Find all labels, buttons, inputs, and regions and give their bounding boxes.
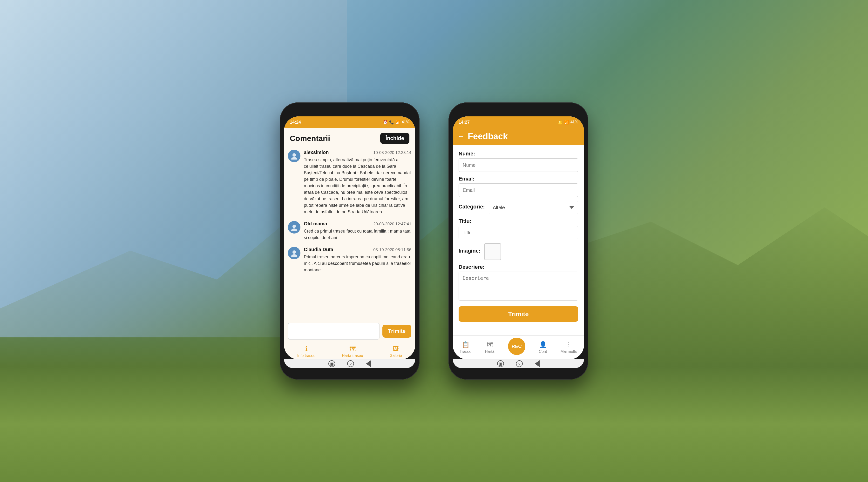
form-group-name: Nume: bbox=[459, 151, 578, 172]
phone-top-2 bbox=[453, 107, 584, 117]
description-input[interactable] bbox=[459, 271, 578, 300]
comment-text-2: Cred ca primul traseu facut cu toata fam… bbox=[304, 228, 411, 241]
avatar-1 bbox=[288, 150, 301, 162]
phone-bottom-1 bbox=[284, 368, 415, 375]
account-icon: 👤 bbox=[539, 341, 547, 349]
nav-trasee[interactable]: 📋 Trasee bbox=[460, 341, 471, 354]
gallery-icon: 🖼 bbox=[393, 345, 399, 353]
nav-info-traseu[interactable]: ℹ Info traseu bbox=[297, 345, 316, 358]
battery-2: 41% bbox=[570, 120, 578, 124]
home-gesture-2[interactable]: ○ bbox=[516, 360, 523, 367]
comment-text-1: Traseu simplu, alternativă mai puțin fer… bbox=[304, 157, 411, 215]
category-label: Categorie: bbox=[459, 204, 485, 210]
notch-2 bbox=[504, 107, 533, 112]
phones-container: 14:24 ⏰ 📞 📶 41% Comentarii Închide bbox=[0, 0, 868, 482]
signal-icon: 📶 bbox=[396, 120, 400, 125]
status-time-2: 14:27 bbox=[459, 120, 470, 125]
title-input[interactable] bbox=[459, 226, 578, 239]
comment-author-3: Claudia Duta bbox=[304, 247, 333, 252]
back-arrow-button[interactable]: ← bbox=[458, 133, 464, 140]
form-group-image: Imagine: bbox=[459, 243, 578, 260]
description-label: Descriere: bbox=[459, 264, 578, 270]
gesture-bar-2: ▣ ○ bbox=[453, 359, 584, 368]
rec-label: REC bbox=[512, 344, 522, 349]
gesture-bar-1: ▣ ○ bbox=[284, 359, 415, 368]
name-label: Nume: bbox=[459, 151, 578, 157]
nav-mai-multe[interactable]: ⋮ Mai multe bbox=[561, 341, 577, 354]
phone-feedback: 14:27 🔔 📶 41% ← Feedback Nume: bbox=[448, 102, 588, 380]
svg-point-4 bbox=[292, 250, 296, 254]
phone-bottom-2 bbox=[453, 368, 584, 375]
comments-header: Comentarii Închide bbox=[284, 128, 415, 147]
category-select[interactable]: Altele Bug Sugestie bbox=[489, 201, 578, 214]
back-gesture-1[interactable] bbox=[366, 360, 371, 367]
call-icon: 📞 bbox=[389, 120, 394, 125]
submit-feedback-button[interactable]: Trimite bbox=[459, 306, 578, 322]
menu-gesture-1[interactable]: ▣ bbox=[329, 360, 335, 367]
svg-point-3 bbox=[291, 228, 297, 231]
menu-gesture-2[interactable]: ▣ bbox=[497, 360, 504, 367]
form-group-description: Descriere: bbox=[459, 264, 578, 300]
phone-screen-2: 14:27 🔔 📶 41% ← Feedback Nume: bbox=[453, 117, 584, 359]
comment-body-2: Old mama 20-08-2020 12:47:41 Cred ca pri… bbox=[304, 221, 411, 241]
bottom-nav-1: ℹ Info traseu 🗺 Harta traseu 🖼 Galerie bbox=[284, 343, 415, 359]
image-upload-button[interactable] bbox=[484, 243, 501, 260]
comment-input[interactable] bbox=[288, 323, 379, 340]
nav-label-info: Info traseu bbox=[297, 354, 316, 358]
feedback-form: Nume: Email: Categorie: Altele Bug Suges… bbox=[453, 145, 584, 335]
battery-1: 41% bbox=[402, 120, 409, 124]
comment-meta-2: Old mama 20-08-2020 12:47:41 bbox=[304, 221, 411, 227]
comment-meta-1: alexsimion 10-08-2020 12:23:14 bbox=[304, 150, 411, 155]
send-comment-button[interactable]: Trimite bbox=[382, 325, 411, 338]
comment-item-1: alexsimion 10-08-2020 12:23:14 Traseu si… bbox=[288, 150, 411, 215]
comment-body-3: Claudia Duta 05-10-2020 08:11:56 Primul … bbox=[304, 247, 411, 273]
svg-point-5 bbox=[291, 254, 297, 257]
comment-author-1: alexsimion bbox=[304, 150, 329, 155]
comments-title: Comentarii bbox=[290, 134, 330, 143]
nav-label-trasee: Trasee bbox=[460, 349, 471, 354]
more-icon: ⋮ bbox=[566, 341, 572, 349]
bell-icon: 🔔 bbox=[558, 120, 563, 125]
feedback-header: ← Feedback bbox=[453, 128, 584, 145]
back-gesture-2[interactable] bbox=[535, 360, 539, 367]
nav-harta[interactable]: 🗺 Hartă bbox=[485, 341, 494, 354]
comments-list: alexsimion 10-08-2020 12:23:14 Traseu si… bbox=[284, 147, 415, 319]
comment-body-1: alexsimion 10-08-2020 12:23:14 Traseu si… bbox=[304, 150, 411, 215]
notch-1 bbox=[335, 107, 364, 112]
feedback-title: Feedback bbox=[468, 131, 508, 141]
rec-button[interactable]: REC bbox=[508, 338, 525, 355]
comment-text-3: Primul traseu parcurs impreuna cu copiii… bbox=[304, 254, 411, 273]
title-label: Titlu: bbox=[459, 218, 578, 224]
nav-cont[interactable]: 👤 Cont bbox=[539, 341, 547, 354]
bottom-nav-2: 📋 Trasee 🗺 Hartă REC 👤 Cont ⋮ bbox=[453, 335, 584, 359]
comment-date-3: 05-10-2020 08:11:56 bbox=[373, 248, 411, 252]
comment-item-3: Claudia Duta 05-10-2020 08:11:56 Primul … bbox=[288, 247, 411, 273]
nav-harta-traseu[interactable]: 🗺 Harta traseu bbox=[342, 345, 363, 358]
nav-label-cont: Cont bbox=[539, 349, 547, 354]
avatar-3 bbox=[288, 247, 301, 259]
comment-meta-3: Claudia Duta 05-10-2020 08:11:56 bbox=[304, 247, 411, 252]
svg-point-2 bbox=[292, 225, 296, 228]
status-bar-1: 14:24 ⏰ 📞 📶 41% bbox=[284, 117, 415, 128]
svg-point-0 bbox=[292, 153, 296, 157]
phone-screen-1: 14:24 ⏰ 📞 📶 41% Comentarii Închide bbox=[284, 117, 415, 359]
nav-galerie[interactable]: 🖼 Galerie bbox=[390, 345, 402, 358]
email-label: Email: bbox=[459, 176, 578, 182]
email-input[interactable] bbox=[459, 183, 578, 197]
image-label: Imagine: bbox=[459, 248, 480, 254]
form-group-title: Titlu: bbox=[459, 218, 578, 239]
svg-point-1 bbox=[291, 157, 297, 160]
avatar-2 bbox=[288, 221, 301, 233]
comment-date-1: 10-08-2020 12:23:14 bbox=[373, 150, 411, 155]
home-gesture-1[interactable]: ○ bbox=[347, 360, 354, 367]
comment-date-2: 20-08-2020 12:47:41 bbox=[373, 222, 411, 227]
status-bar-2: 14:27 🔔 📶 41% bbox=[453, 117, 584, 128]
info-icon: ℹ bbox=[305, 345, 308, 353]
nav-label-harta: Harta traseu bbox=[342, 354, 363, 358]
close-button[interactable]: Închide bbox=[380, 133, 409, 144]
form-group-email: Email: bbox=[459, 176, 578, 197]
nav-rec[interactable]: REC bbox=[508, 338, 525, 357]
name-input[interactable] bbox=[459, 158, 578, 172]
app-content-1: Comentarii Închide alexsimion 10-08-20 bbox=[284, 128, 415, 359]
signal-icon-2: 📶 bbox=[564, 120, 569, 125]
